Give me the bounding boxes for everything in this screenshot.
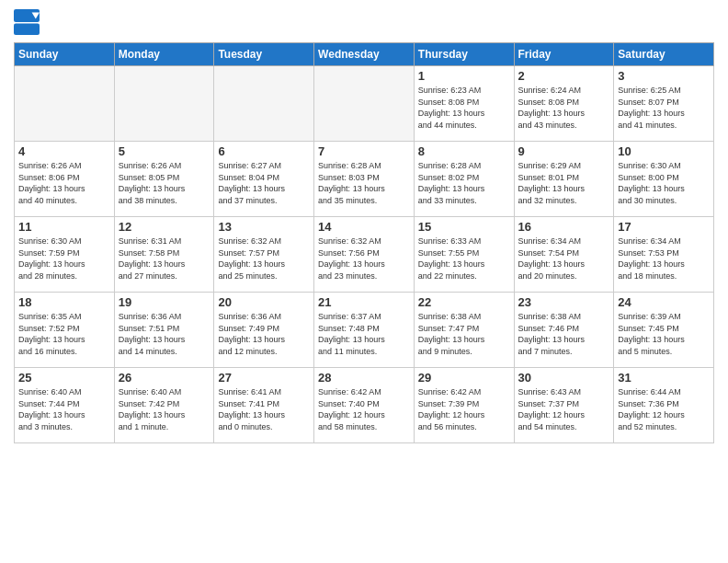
day-info: Sunrise: 6:36 AM Sunset: 7:49 PM Dayligh… [218, 311, 310, 357]
calendar-cell: 22Sunrise: 6:38 AM Sunset: 7:47 PM Dayli… [414, 293, 514, 368]
weekday-saturday: Saturday [614, 43, 714, 66]
day-number: 16 [518, 220, 610, 234]
weekday-thursday: Thursday [414, 43, 514, 66]
calendar-cell: 28Sunrise: 6:42 AM Sunset: 7:40 PM Dayli… [314, 368, 415, 443]
day-number: 29 [418, 371, 510, 385]
day-info: Sunrise: 6:32 AM Sunset: 7:56 PM Dayligh… [318, 236, 410, 282]
day-info: Sunrise: 6:26 AM Sunset: 8:05 PM Dayligh… [119, 160, 210, 206]
day-number: 1 [418, 69, 510, 83]
day-info: Sunrise: 6:37 AM Sunset: 7:48 PM Dayligh… [318, 311, 410, 357]
day-info: Sunrise: 6:26 AM Sunset: 8:06 PM Dayligh… [18, 160, 110, 206]
calendar-cell: 10Sunrise: 6:30 AM Sunset: 8:00 PM Dayli… [614, 142, 714, 217]
day-number: 19 [119, 295, 210, 309]
day-number: 7 [318, 144, 410, 158]
day-info: Sunrise: 6:23 AM Sunset: 8:08 PM Dayligh… [418, 85, 510, 131]
day-info: Sunrise: 6:38 AM Sunset: 7:46 PM Dayligh… [518, 311, 610, 357]
calendar-cell: 30Sunrise: 6:43 AM Sunset: 7:37 PM Dayli… [514, 368, 614, 443]
day-number: 24 [618, 295, 710, 309]
weekday-header-row: SundayMondayTuesdayWednesdayThursdayFrid… [15, 43, 714, 66]
weekday-monday: Monday [114, 43, 214, 66]
day-info: Sunrise: 6:30 AM Sunset: 7:59 PM Dayligh… [18, 236, 110, 282]
day-number: 12 [119, 220, 210, 234]
calendar-cell: 18Sunrise: 6:35 AM Sunset: 7:52 PM Dayli… [15, 293, 115, 368]
calendar-cell: 13Sunrise: 6:32 AM Sunset: 7:57 PM Dayli… [214, 217, 314, 293]
day-info: Sunrise: 6:27 AM Sunset: 8:04 PM Dayligh… [218, 160, 310, 206]
day-info: Sunrise: 6:42 AM Sunset: 7:40 PM Dayligh… [318, 386, 410, 432]
day-number: 21 [318, 295, 410, 309]
day-number: 4 [18, 144, 110, 158]
day-info: Sunrise: 6:35 AM Sunset: 7:52 PM Dayligh… [18, 311, 110, 357]
day-info: Sunrise: 6:24 AM Sunset: 8:08 PM Dayligh… [518, 85, 610, 131]
calendar-cell [214, 66, 314, 142]
calendar-cell: 19Sunrise: 6:36 AM Sunset: 7:51 PM Dayli… [114, 293, 214, 368]
day-info: Sunrise: 6:28 AM Sunset: 8:02 PM Dayligh… [418, 160, 510, 206]
weekday-wednesday: Wednesday [314, 43, 415, 66]
calendar-cell: 27Sunrise: 6:41 AM Sunset: 7:41 PM Dayli… [214, 368, 314, 443]
day-number: 28 [318, 371, 410, 385]
calendar-cell: 5Sunrise: 6:26 AM Sunset: 8:05 PM Daylig… [114, 142, 214, 217]
calendar-cell: 4Sunrise: 6:26 AM Sunset: 8:06 PM Daylig… [15, 142, 115, 217]
day-number: 10 [618, 144, 710, 158]
calendar-cell: 17Sunrise: 6:34 AM Sunset: 7:53 PM Dayli… [614, 217, 714, 293]
calendar-cell: 8Sunrise: 6:28 AM Sunset: 8:02 PM Daylig… [414, 142, 514, 217]
calendar-cell: 31Sunrise: 6:44 AM Sunset: 7:36 PM Dayli… [614, 368, 714, 443]
calendar-cell: 6Sunrise: 6:27 AM Sunset: 8:04 PM Daylig… [214, 142, 314, 217]
calendar-cell: 7Sunrise: 6:28 AM Sunset: 8:03 PM Daylig… [314, 142, 415, 217]
calendar-cell [314, 66, 415, 142]
day-number: 27 [218, 371, 310, 385]
calendar-cell: 9Sunrise: 6:29 AM Sunset: 8:01 PM Daylig… [514, 142, 614, 217]
day-info: Sunrise: 6:44 AM Sunset: 7:36 PM Dayligh… [618, 386, 710, 432]
week-row-1: 1Sunrise: 6:23 AM Sunset: 8:08 PM Daylig… [15, 66, 714, 142]
day-number: 30 [518, 371, 610, 385]
day-info: Sunrise: 6:39 AM Sunset: 7:45 PM Dayligh… [618, 311, 710, 357]
day-info: Sunrise: 6:36 AM Sunset: 7:51 PM Dayligh… [119, 311, 210, 357]
day-number: 3 [618, 69, 710, 83]
week-row-4: 18Sunrise: 6:35 AM Sunset: 7:52 PM Dayli… [15, 293, 714, 368]
day-info: Sunrise: 6:34 AM Sunset: 7:54 PM Dayligh… [518, 236, 610, 282]
day-info: Sunrise: 6:38 AM Sunset: 7:47 PM Dayligh… [418, 311, 510, 357]
calendar-cell: 24Sunrise: 6:39 AM Sunset: 7:45 PM Dayli… [614, 293, 714, 368]
day-number: 6 [218, 144, 310, 158]
day-number: 25 [18, 371, 110, 385]
calendar-cell: 1Sunrise: 6:23 AM Sunset: 8:08 PM Daylig… [414, 66, 514, 142]
calendar-cell: 20Sunrise: 6:36 AM Sunset: 7:49 PM Dayli… [214, 293, 314, 368]
day-number: 11 [18, 220, 110, 234]
day-number: 23 [518, 295, 610, 309]
calendar-cell: 25Sunrise: 6:40 AM Sunset: 7:44 PM Dayli… [15, 368, 115, 443]
calendar-cell: 21Sunrise: 6:37 AM Sunset: 7:48 PM Dayli… [314, 293, 415, 368]
calendar-cell [15, 66, 115, 142]
calendar-cell: 2Sunrise: 6:24 AM Sunset: 8:08 PM Daylig… [514, 66, 614, 142]
calendar-cell: 12Sunrise: 6:31 AM Sunset: 7:58 PM Dayli… [114, 217, 214, 293]
weekday-sunday: Sunday [15, 43, 115, 66]
day-number: 22 [418, 295, 510, 309]
calendar-cell: 16Sunrise: 6:34 AM Sunset: 7:54 PM Dayli… [514, 217, 614, 293]
day-info: Sunrise: 6:32 AM Sunset: 7:57 PM Dayligh… [218, 236, 310, 282]
day-info: Sunrise: 6:42 AM Sunset: 7:39 PM Dayligh… [418, 386, 510, 432]
day-info: Sunrise: 6:25 AM Sunset: 8:07 PM Dayligh… [618, 85, 710, 131]
day-info: Sunrise: 6:28 AM Sunset: 8:03 PM Dayligh… [318, 160, 410, 206]
calendar-cell: 23Sunrise: 6:38 AM Sunset: 7:46 PM Dayli… [514, 293, 614, 368]
day-number: 14 [318, 220, 410, 234]
day-number: 15 [418, 220, 510, 234]
day-number: 2 [518, 69, 610, 83]
day-info: Sunrise: 6:41 AM Sunset: 7:41 PM Dayligh… [218, 386, 310, 432]
day-number: 17 [618, 220, 710, 234]
weekday-tuesday: Tuesday [214, 43, 314, 66]
calendar-cell [114, 66, 214, 142]
day-info: Sunrise: 6:34 AM Sunset: 7:53 PM Dayligh… [618, 236, 710, 282]
calendar-cell: 11Sunrise: 6:30 AM Sunset: 7:59 PM Dayli… [15, 217, 115, 293]
day-number: 5 [119, 144, 210, 158]
calendar-cell: 29Sunrise: 6:42 AM Sunset: 7:39 PM Dayli… [414, 368, 514, 443]
calendar: SundayMondayTuesdayWednesdayThursdayFrid… [14, 42, 714, 443]
day-number: 31 [618, 371, 710, 385]
day-number: 26 [119, 371, 210, 385]
logo-icon [14, 9, 40, 35]
svg-rect-1 [14, 23, 40, 35]
day-info: Sunrise: 6:33 AM Sunset: 7:55 PM Dayligh… [418, 236, 510, 282]
day-info: Sunrise: 6:40 AM Sunset: 7:42 PM Dayligh… [119, 386, 210, 432]
calendar-cell: 3Sunrise: 6:25 AM Sunset: 8:07 PM Daylig… [614, 66, 714, 142]
calendar-cell: 26Sunrise: 6:40 AM Sunset: 7:42 PM Dayli… [114, 368, 214, 443]
day-number: 20 [218, 295, 310, 309]
calendar-cell: 15Sunrise: 6:33 AM Sunset: 7:55 PM Dayli… [414, 217, 514, 293]
day-info: Sunrise: 6:43 AM Sunset: 7:37 PM Dayligh… [518, 386, 610, 432]
